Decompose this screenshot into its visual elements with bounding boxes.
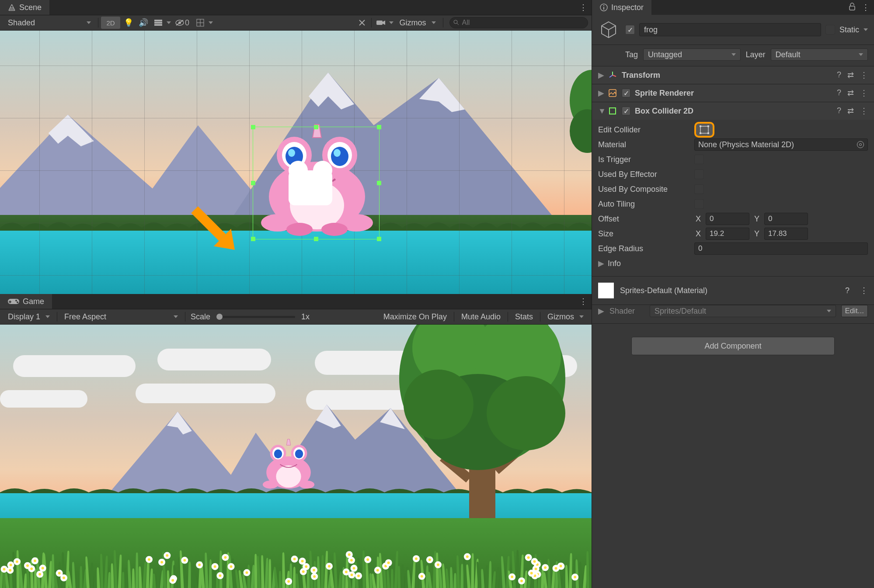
static-checkbox[interactable] bbox=[825, 25, 835, 35]
maximize-toggle[interactable]: Maximize On Play bbox=[379, 311, 451, 323]
size-y-input[interactable] bbox=[764, 228, 808, 240]
used-by-composite-checkbox[interactable] bbox=[694, 184, 704, 194]
svg-point-70 bbox=[511, 576, 513, 578]
game-viewport[interactable]: /*placeholder*/ bbox=[0, 325, 592, 588]
used-by-effector-label: Used By Effector bbox=[598, 170, 690, 179]
inspector-tab[interactable]: Inspector bbox=[592, 0, 651, 15]
stats-toggle[interactable]: Stats bbox=[511, 311, 537, 323]
scene-panel-menu-icon[interactable]: ⋮ bbox=[579, 3, 587, 12]
svg-point-68 bbox=[466, 555, 469, 558]
tools-icon[interactable] bbox=[355, 17, 369, 29]
svg-point-164 bbox=[560, 565, 562, 567]
shading-mode-dropdown[interactable]: Shaded bbox=[3, 17, 95, 29]
auto-tiling-label: Auto Tiling bbox=[598, 200, 690, 209]
svg-point-46 bbox=[276, 465, 301, 488]
used-by-effector-checkbox[interactable] bbox=[694, 169, 704, 179]
offset-x-input[interactable] bbox=[706, 213, 749, 225]
svg-rect-183 bbox=[609, 108, 616, 114]
sprite-renderer-title: Sprite Renderer bbox=[635, 89, 832, 98]
edge-radius-input[interactable] bbox=[694, 242, 868, 255]
svg-point-106 bbox=[9, 569, 11, 571]
inspector-menu-icon[interactable]: ⋮ bbox=[862, 3, 870, 12]
object-name-input[interactable] bbox=[639, 23, 821, 36]
2d-toggle[interactable]: 2D bbox=[101, 17, 120, 29]
preset-icon[interactable]: ⇄ bbox=[847, 106, 854, 116]
preset-icon[interactable]: ⇄ bbox=[847, 88, 854, 98]
component-menu-icon[interactable]: ⋮ bbox=[860, 70, 868, 80]
svg-point-94 bbox=[350, 574, 353, 576]
svg-point-122 bbox=[350, 559, 353, 562]
svg-rect-5 bbox=[154, 20, 162, 21]
sprite-renderer-fold-icon[interactable]: ▶ bbox=[598, 88, 603, 98]
material-name: Sprites-Default (Material) bbox=[620, 286, 839, 295]
material-label: Material bbox=[598, 140, 690, 149]
svg-line-0 bbox=[9, 4, 12, 10]
mute-toggle[interactable]: Mute Audio bbox=[457, 311, 505, 323]
lighting-toggle-icon[interactable]: 💡 bbox=[122, 17, 135, 29]
fx-toggle-icon[interactable] bbox=[152, 17, 165, 29]
scene-viewport[interactable] bbox=[0, 31, 592, 294]
svg-point-134 bbox=[171, 579, 174, 581]
camera-icon[interactable] bbox=[374, 17, 387, 29]
camera-dropdown-icon[interactable] bbox=[389, 17, 393, 29]
tag-dropdown[interactable]: Untagged bbox=[643, 48, 740, 61]
selection-box[interactable] bbox=[253, 127, 380, 239]
box-collider-fold-icon[interactable]: ▼ bbox=[598, 107, 603, 116]
shader-dropdown[interactable]: Sprites/Default bbox=[650, 305, 836, 317]
material-fold-icon[interactable]: ▶ bbox=[598, 306, 604, 316]
component-menu-icon[interactable]: ⋮ bbox=[860, 106, 868, 116]
svg-point-116 bbox=[353, 567, 355, 570]
fx-dropdown-icon[interactable] bbox=[167, 17, 171, 29]
aspect-dropdown[interactable]: Free Aspect bbox=[60, 311, 182, 323]
inspector-tabrow: Inspector ⋮ bbox=[592, 0, 874, 15]
scale-slider[interactable] bbox=[216, 316, 295, 318]
static-dropdown-icon[interactable] bbox=[864, 28, 868, 31]
scene-tab[interactable]: Scene bbox=[0, 0, 49, 15]
svg-point-34 bbox=[15, 300, 17, 301]
svg-point-58 bbox=[16, 560, 18, 563]
hidden-objects-icon[interactable]: 0 bbox=[173, 17, 192, 29]
game-gizmos-dropdown[interactable]: Gizmos bbox=[543, 311, 588, 323]
audio-toggle-icon[interactable]: 🔊 bbox=[137, 17, 150, 29]
component-menu-icon[interactable]: ⋮ bbox=[860, 286, 868, 295]
help-icon[interactable]: ? bbox=[837, 106, 841, 116]
edit-collider-button[interactable] bbox=[694, 122, 714, 138]
sprite-renderer-enable-checkbox[interactable]: ✓ bbox=[622, 89, 630, 97]
auto-tiling-checkbox[interactable] bbox=[694, 199, 704, 209]
scale-value: 1x bbox=[301, 312, 310, 322]
preset-icon[interactable]: ⇄ bbox=[847, 70, 854, 80]
grid-toggle-icon[interactable] bbox=[194, 17, 207, 29]
component-menu-icon[interactable]: ⋮ bbox=[860, 88, 868, 98]
svg-point-136 bbox=[313, 569, 315, 571]
svg-rect-7 bbox=[154, 24, 162, 26]
gizmos-dropdown[interactable]: Gizmos bbox=[395, 17, 440, 29]
is-trigger-checkbox[interactable] bbox=[694, 155, 704, 164]
transform-fold-icon[interactable]: ▶ bbox=[598, 70, 603, 80]
grid-dropdown-icon[interactable] bbox=[209, 17, 213, 29]
inspector-tab-label: Inspector bbox=[611, 3, 644, 12]
material-field[interactable]: None (Physics Material 2D) bbox=[694, 138, 868, 151]
svg-rect-188 bbox=[707, 132, 709, 134]
shader-edit-button[interactable]: Edit... bbox=[841, 305, 868, 317]
help-icon[interactable]: ? bbox=[837, 88, 841, 98]
layer-dropdown[interactable]: Default bbox=[771, 48, 868, 61]
object-picker-icon[interactable] bbox=[857, 141, 864, 148]
help-icon[interactable]: ? bbox=[845, 286, 850, 295]
lock-icon[interactable] bbox=[849, 3, 856, 12]
box-collider-enable-checkbox[interactable]: ✓ bbox=[622, 107, 630, 115]
offset-y-input[interactable] bbox=[764, 213, 808, 225]
active-checkbox[interactable]: ✓ bbox=[625, 25, 635, 35]
size-x-input[interactable] bbox=[706, 228, 749, 240]
shader-label: Shader bbox=[609, 307, 644, 316]
scene-search[interactable] bbox=[449, 17, 588, 28]
help-icon[interactable]: ? bbox=[837, 70, 841, 80]
info-fold-icon[interactable]: ▶ bbox=[598, 259, 603, 268]
svg-point-114 bbox=[30, 567, 33, 570]
game-panel-menu-icon[interactable]: ⋮ bbox=[579, 297, 587, 306]
tag-label: Tag bbox=[625, 50, 638, 59]
game-tab[interactable]: Game bbox=[0, 294, 52, 309]
display-dropdown[interactable]: Display 1 bbox=[3, 311, 54, 323]
info-label: Info bbox=[608, 259, 621, 268]
scene-search-input[interactable] bbox=[449, 17, 588, 28]
add-component-button[interactable]: Add Component bbox=[631, 337, 835, 355]
